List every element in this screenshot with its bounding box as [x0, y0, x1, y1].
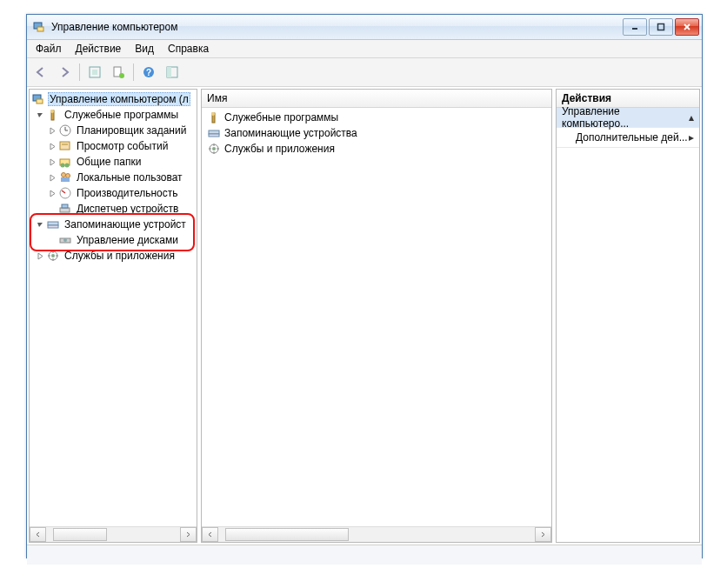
menu-action[interactable]: Действие — [69, 41, 129, 57]
device-manager-icon — [58, 202, 72, 216]
tree-label: Управление дисками — [75, 234, 180, 246]
scroll-left-button[interactable] — [202, 527, 218, 542]
tools-icon — [46, 108, 60, 122]
tree-label: Планировщик заданий — [75, 124, 188, 137]
forward-button[interactable] — [54, 62, 75, 83]
expand-icon[interactable] — [47, 157, 57, 167]
menu-file[interactable]: Файл — [29, 41, 69, 57]
close-button[interactable] — [675, 18, 699, 36]
scroll-right-button[interactable] — [535, 527, 551, 542]
collapse-icon[interactable] — [35, 110, 45, 120]
scroll-thumb[interactable] — [225, 528, 349, 541]
tree-local-users[interactable]: Локальные пользоват — [30, 170, 197, 185]
toolbar: ? — [27, 58, 702, 87]
list-item[interactable]: Службы и приложения — [202, 141, 551, 157]
statusbar — [27, 545, 702, 565]
tree-label: Производительность — [75, 187, 179, 199]
expand-icon[interactable] — [47, 188, 57, 198]
scroll-left-button[interactable] — [30, 527, 46, 542]
menu-help[interactable]: Справка — [161, 41, 216, 57]
svg-point-38 — [51, 254, 55, 257]
svg-point-36 — [63, 238, 67, 242]
event-icon — [58, 139, 72, 153]
tree-label: Просмотр событий — [75, 140, 170, 152]
services-icon — [46, 249, 60, 263]
list-item-label: Службы и приложения — [224, 143, 335, 155]
scroll-track[interactable] — [218, 528, 535, 541]
tree-body[interactable]: Управление компьютером (л Служебные прог… — [30, 90, 197, 526]
svg-rect-3 — [658, 24, 664, 30]
tree-device-manager[interactable]: Диспетчер устройств — [30, 201, 197, 217]
list-item-label: Запоминающие устройства — [224, 127, 357, 139]
storage-icon — [46, 217, 60, 231]
actions-context-label: Управление компьютеро... — [562, 105, 689, 130]
collapse-icon[interactable]: ▴ — [689, 111, 694, 124]
svg-rect-34 — [48, 225, 58, 228]
back-button[interactable] — [30, 62, 51, 83]
list-item-label: Служебные программы — [224, 111, 338, 124]
menu-view[interactable]: Вид — [128, 41, 161, 57]
tree-shared-folders[interactable]: Общие папки — [30, 154, 197, 170]
list-body[interactable]: Служебные программы Запоминающие устройс… — [202, 108, 551, 526]
svg-rect-1 — [37, 27, 43, 31]
column-header-name[interactable]: Имя — [202, 90, 551, 108]
performance-icon — [58, 186, 72, 200]
expand-icon[interactable] — [47, 125, 57, 136]
tree-label: Запоминающие устройст — [63, 218, 188, 231]
tree-label: Службы и приложения — [63, 250, 177, 262]
list-item[interactable]: Запоминающие устройства — [202, 125, 551, 141]
minimize-button[interactable] — [623, 18, 647, 36]
svg-rect-42 — [209, 134, 219, 137]
list-pane: Имя Служебные программы Запоминающие уст… — [201, 89, 552, 543]
tree-event-viewer[interactable]: Просмотр событий — [30, 138, 197, 154]
actions-context-row[interactable]: Управление компьютеро... ▴ — [557, 108, 699, 128]
app-icon — [32, 20, 46, 34]
titlebar[interactable]: Управление компьютером — [27, 15, 702, 40]
scroll-thumb[interactable] — [53, 528, 107, 541]
svg-rect-28 — [61, 177, 70, 182]
list-item[interactable]: Служебные программы — [202, 110, 551, 125]
svg-rect-7 — [92, 70, 97, 75]
tree-services-apps[interactable]: Службы и приложения — [30, 248, 197, 264]
collapse-icon[interactable] — [35, 219, 45, 230]
tree-label: Локальные пользоват — [75, 171, 184, 184]
toolbar-separator — [133, 63, 134, 81]
shared-folder-icon — [58, 155, 72, 169]
tree-hscrollbar[interactable] — [30, 526, 197, 542]
toolbar-separator — [79, 63, 80, 81]
tree-system-tools[interactable]: Служебные программы — [30, 107, 197, 123]
svg-point-25 — [65, 164, 70, 168]
expand-icon[interactable] — [47, 172, 57, 183]
clock-icon — [58, 124, 72, 137]
tree-performance[interactable]: Производительность — [30, 185, 197, 201]
actions-pane: Действия Управление компьютеро... ▴ Допо… — [556, 89, 700, 543]
svg-point-26 — [62, 173, 66, 177]
expand-icon[interactable] — [35, 251, 45, 261]
show-hide-button[interactable] — [162, 62, 183, 83]
disk-icon — [58, 233, 72, 247]
tree-label: Общие папки — [75, 156, 143, 168]
scroll-right-button[interactable] — [180, 527, 197, 542]
computer-icon — [31, 92, 45, 106]
actions-more-row[interactable]: Дополнительные дей... ▸ — [557, 128, 699, 148]
users-icon — [58, 170, 72, 184]
scroll-track[interactable] — [46, 528, 180, 541]
tree-storage[interactable]: Запоминающие устройст — [30, 217, 197, 232]
chevron-right-icon[interactable]: ▸ — [689, 131, 694, 144]
tools-icon — [207, 110, 221, 124]
help-button[interactable]: ? — [138, 62, 159, 83]
up-button[interactable] — [84, 62, 105, 83]
tree-disk-management[interactable]: Управление дисками — [30, 232, 197, 248]
svg-point-44 — [212, 147, 216, 150]
svg-point-9 — [119, 73, 124, 78]
expand-icon[interactable] — [47, 141, 57, 151]
tree-task-scheduler[interactable]: Планировщик заданий — [30, 123, 197, 138]
list-hscrollbar[interactable] — [202, 526, 551, 542]
tree-root[interactable]: Управление компьютером (л — [30, 91, 197, 107]
properties-button[interactable] — [108, 62, 129, 83]
storage-icon — [207, 126, 221, 140]
svg-rect-32 — [62, 204, 68, 208]
tree-label: Управление компьютером (л — [48, 92, 190, 106]
svg-rect-41 — [209, 130, 219, 134]
maximize-button[interactable] — [649, 18, 673, 36]
